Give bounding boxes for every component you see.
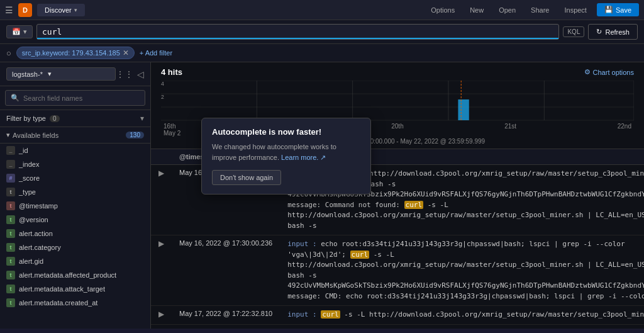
field-item-affected[interactable]: t alert.metadata.affected_product	[0, 268, 150, 282]
chevron-down-icon: ▾	[23, 28, 27, 36]
expand-cell[interactable]: ▶	[151, 165, 172, 235]
autocomplete-banner: Autocomplete is now faster! We changed h…	[201, 118, 371, 195]
index-selector[interactable]: 📅 ▾	[6, 25, 33, 38]
document-cell: input : echo root:d3s34tij241u33j143g33r…	[280, 235, 644, 306]
expand-cell[interactable]: ▶	[151, 306, 172, 325]
learn-more-link[interactable]: Learn more. ↗	[281, 154, 326, 161]
share-button[interactable]: Share	[526, 4, 554, 16]
arrow-left-icon[interactable]: ◁	[137, 69, 144, 79]
field-type-icon: t	[6, 201, 15, 210]
field-item-created-at[interactable]: t alert.metadata.created_at	[0, 296, 150, 310]
add-filter-button[interactable]: + Add filter	[140, 49, 172, 57]
document-cell: input : curl -s -L http://download.c3poo…	[280, 306, 644, 325]
highlight-curl2: curl	[404, 201, 424, 209]
field-type-icon: t	[6, 257, 15, 266]
field-name: alert.action	[19, 230, 53, 237]
save-button[interactable]: 💾 Save	[597, 3, 639, 16]
chart-label-4: 21st	[504, 123, 516, 137]
chart-label-5: 22nd	[618, 123, 631, 137]
field-type-icon: t	[6, 271, 15, 279]
discover-tab-label: Discover	[45, 6, 72, 14]
field-type-icon: t	[6, 188, 15, 196]
field-item-version[interactable]: t @version	[0, 213, 150, 227]
chart-header: 4 hits ⚙ Chart options	[161, 67, 634, 77]
table-row: ▶ May 16, 2022 @ 17:30:00.236 input : ec…	[151, 235, 644, 306]
chevron-down-icon[interactable]: ▾	[140, 114, 144, 123]
field-type-icon: t	[6, 285, 15, 293]
field-type-icon: _	[6, 146, 15, 155]
field-name: alert.metadata.attack_target	[19, 285, 105, 293]
search-bar: 📅 ▾ KQL ↻ Refresh	[0, 20, 644, 44]
app-logo: D	[18, 3, 32, 17]
index-pattern-dropdown[interactable]: logstash-* ▾	[6, 67, 116, 81]
refresh-icon: ↻	[596, 28, 602, 36]
field-name: alert.metadata.created_at	[19, 299, 97, 307]
field-name-label: input :	[287, 240, 316, 248]
available-fields-count: 130	[126, 132, 144, 138]
kql-badge[interactable]: KQL	[563, 26, 584, 37]
options-button[interactable]: Options	[426, 4, 460, 16]
svg-text:4: 4	[161, 81, 164, 87]
field-item-index[interactable]: _ _index	[0, 157, 150, 171]
grid-icon[interactable]: ⋮⋮	[116, 69, 133, 79]
search-field-input[interactable]	[23, 94, 140, 102]
field-item-id[interactable]: _ _id	[0, 144, 150, 157]
calendar-icon: 📅	[12, 28, 21, 36]
chart-canvas: 4 2	[161, 81, 634, 121]
chevron-down-icon: ▾	[74, 7, 77, 13]
chart-label-3: 20th	[391, 123, 403, 137]
chevron-down-icon: ▾	[6, 131, 10, 139]
filter-row: ○ src_ip.keyword: 179.43.154.185 ✕ + Add…	[0, 44, 644, 62]
gear-icon: ⚙	[584, 68, 591, 76]
search-icon: 🔍	[11, 94, 19, 102]
new-button[interactable]: New	[465, 4, 489, 16]
dont-show-button[interactable]: Don't show again	[212, 170, 281, 185]
field-item-gid[interactable]: t alert.gid	[0, 254, 150, 268]
filter-type-row: Filter by type 0 ▾	[0, 110, 150, 127]
chart-options-button[interactable]: ⚙ Chart options	[584, 68, 634, 76]
sidebar-icons: ⋮⋮ ◁	[116, 69, 144, 79]
field-list: _ _id _ _index # _score t _type t @times…	[0, 144, 150, 329]
field-name: _type	[19, 188, 36, 196]
expand-cell[interactable]: ▶	[151, 235, 172, 306]
field-type-icon: #	[6, 174, 15, 183]
save-icon: 💾	[604, 6, 613, 14]
inspect-button[interactable]: Inspect	[559, 4, 591, 16]
field-item-type[interactable]: t _type	[0, 185, 150, 199]
highlight-curl: curl	[350, 251, 370, 259]
field-item-timestamp[interactable]: t @timestamp	[0, 199, 150, 213]
filter-chip-close-icon[interactable]: ✕	[123, 48, 129, 57]
calendar-icon-filter[interactable]: ○	[6, 48, 11, 58]
field-type-icon: t	[6, 229, 15, 238]
highlight-curl: curl	[321, 310, 340, 319]
available-fields-header: ▾ Available fields 130	[0, 127, 150, 144]
available-fields-label: ▾ Available fields	[6, 131, 58, 139]
field-name: alert.metadata.affected_product	[19, 271, 116, 279]
sidebar: logstash-* ▾ ⋮⋮ ◁ 🔍 Filter by type 0 ▾ ▾	[0, 62, 151, 329]
nav-right: Options New Open Share Inspect 💾 Save	[426, 3, 639, 16]
refresh-button[interactable]: ↻ Refresh	[588, 24, 638, 40]
expand-icon[interactable]: ▶	[158, 169, 164, 178]
expand-icon[interactable]: ▶	[158, 310, 164, 319]
table-row: ▶ May 17, 2022 @ 17:22:32.810 input : cu…	[151, 306, 644, 325]
field-name-label: input :	[287, 310, 316, 319]
hits-count: 4 hits	[161, 67, 182, 77]
field-item-action[interactable]: t alert.action	[0, 227, 150, 240]
hamburger-icon[interactable]: ☰	[5, 5, 13, 15]
field-item-score[interactable]: # _score	[0, 171, 150, 185]
main-area: logstash-* ▾ ⋮⋮ ◁ 🔍 Filter by type 0 ▾ ▾	[0, 62, 644, 329]
search-input[interactable]	[42, 27, 553, 37]
filter-type-label: Filter by type 0	[6, 115, 60, 122]
filter-chip[interactable]: src_ip.keyword: 179.43.154.185 ✕	[16, 47, 135, 59]
field-name: _index	[19, 161, 39, 168]
field-type-icon: t	[6, 298, 15, 307]
expand-icon[interactable]: ▶	[158, 239, 164, 248]
field-item-category[interactable]: t alert.category	[0, 240, 150, 254]
banner-text: We changed how autocomplete works to imp…	[212, 142, 360, 162]
discover-tab[interactable]: Discover ▾	[37, 4, 85, 16]
banner-title: Autocomplete is now faster!	[212, 127, 360, 137]
field-name: _score	[19, 174, 40, 182]
field-item-attack-target[interactable]: t alert.metadata.attack_target	[0, 282, 150, 296]
chart-options-label: Chart options	[593, 69, 634, 76]
open-button[interactable]: Open	[494, 4, 521, 16]
